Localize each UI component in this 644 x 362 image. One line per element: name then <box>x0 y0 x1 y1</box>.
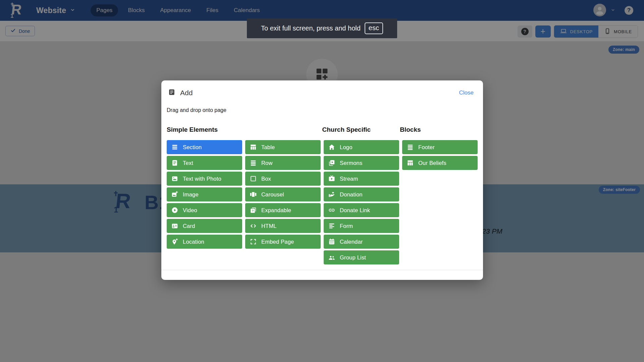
element-label: Calendar <box>340 239 363 245</box>
add-element-form[interactable]: Form <box>324 219 399 233</box>
svg-text:?: ? <box>252 209 254 213</box>
add-element-donate-link[interactable]: Donate Link <box>324 203 399 217</box>
add-element-text-with-photo[interactable]: Text with Photo <box>167 172 242 186</box>
add-element-table[interactable]: Table <box>245 140 321 154</box>
element-label: Box <box>261 176 271 182</box>
element-column: LogoSermonsStreamDonationDonate LinkForm… <box>324 140 399 264</box>
element-label: Embed Page <box>261 239 294 245</box>
table-icon <box>250 143 257 151</box>
add-element-logo[interactable]: Logo <box>324 140 399 154</box>
rows-icon <box>250 159 257 167</box>
link-icon <box>328 206 335 214</box>
element-label: Section <box>183 144 202 150</box>
add-element-box[interactable]: Box <box>245 172 321 186</box>
video-library-icon <box>328 159 335 167</box>
element-label: Expandable <box>261 207 291 214</box>
element-label: Table <box>261 144 275 150</box>
add-element-embed-page[interactable]: Embed Page <box>245 235 321 249</box>
text-with-photo-icon <box>171 175 178 182</box>
element-label: Carousel <box>261 191 284 198</box>
add-element-section[interactable]: Section <box>167 140 242 154</box>
element-label: Sermons <box>340 160 362 166</box>
add-element-text[interactable]: Text <box>167 156 242 170</box>
add-element-stream[interactable]: Stream <box>324 172 399 186</box>
element-label: Footer <box>418 144 435 150</box>
add-element-expandable[interactable]: ?Expandable <box>245 203 321 217</box>
add-element-group-list[interactable]: Group List <box>324 250 399 264</box>
element-label: Logo <box>340 144 353 150</box>
add-element-donation[interactable]: Donation <box>324 187 399 201</box>
location-add-icon <box>171 238 178 245</box>
column-headers: Simple ElementsChurch SpecificBlocks <box>167 126 478 133</box>
element-label: Card <box>183 223 195 229</box>
element-label: Video <box>183 207 197 214</box>
add-element-sermons[interactable]: Sermons <box>324 156 399 170</box>
add-element-location[interactable]: Location <box>167 235 242 249</box>
modal-subtitle: Drag and drop onto page <box>167 107 478 113</box>
add-element-calendar[interactable]: Calendar <box>324 235 399 249</box>
element-column: FooterOur Beliefs <box>402 140 478 264</box>
element-label: Location <box>183 239 204 245</box>
fullscreen-notification: To exit full screen, press and hold esc <box>247 18 397 38</box>
box-icon <box>250 175 257 182</box>
hand-heart-icon <box>328 191 335 198</box>
video-play-icon <box>171 206 178 214</box>
image-add-icon <box>171 191 178 198</box>
esc-key-badge: esc <box>365 22 383 34</box>
element-label: HTML <box>261 223 277 229</box>
add-element-footer[interactable]: Footer <box>402 140 478 154</box>
rows-icon <box>407 143 414 151</box>
add-element-modal: Add Close Drag and drop onto page Simple… <box>161 80 483 280</box>
live-tv-icon <box>328 175 335 182</box>
add-element-video[interactable]: Video <box>167 203 242 217</box>
embed-icon <box>250 238 257 245</box>
section-icon <box>171 143 178 151</box>
element-column: TableRowBoxCarousel?ExpandableHTMLEmbed … <box>245 140 321 264</box>
element-label: Row <box>261 160 273 166</box>
carousel-icon <box>250 191 257 198</box>
notification-text: To exit full screen, press and hold <box>261 24 361 32</box>
element-label: Donation <box>340 191 363 198</box>
article-icon <box>168 88 175 97</box>
modal-footer-divider <box>161 270 483 270</box>
text-icon <box>171 159 178 167</box>
group-header-blocks: Blocks <box>400 126 478 133</box>
add-element-row[interactable]: Row <box>245 156 321 170</box>
add-element-html[interactable]: HTML <box>245 219 321 233</box>
element-label: Text with Photo <box>183 176 221 182</box>
modal-title: Add <box>180 89 193 97</box>
element-label: Form <box>340 223 353 229</box>
add-element-carousel[interactable]: Carousel <box>245 187 321 201</box>
element-label: Image <box>183 191 199 198</box>
add-element-card[interactable]: Card <box>167 219 242 233</box>
element-column: SectionTextText with PhotoImageVideoCard… <box>167 140 242 264</box>
card-badge-icon <box>171 222 178 230</box>
element-label: Group List <box>340 254 366 261</box>
home-icon <box>328 143 335 151</box>
group-header-church-specific: Church Specific <box>322 126 400 133</box>
align-left-icon <box>328 222 335 230</box>
expandable-icon: ? <box>250 206 257 214</box>
element-label: Our Beliefs <box>418 160 446 166</box>
table-icon <box>407 159 414 167</box>
close-button[interactable]: Close <box>457 89 476 97</box>
calendar-icon <box>328 238 335 245</box>
element-columns: SectionTextText with PhotoImageVideoCard… <box>167 140 478 264</box>
element-label: Stream <box>340 176 358 182</box>
add-element-our-beliefs[interactable]: Our Beliefs <box>402 156 478 170</box>
modal-header: Add Close <box>161 80 483 97</box>
element-label: Donate Link <box>340 207 370 214</box>
element-label: Text <box>183 160 193 166</box>
code-icon <box>250 222 257 230</box>
people-icon <box>328 254 335 261</box>
add-element-image[interactable]: Image <box>167 187 242 201</box>
group-header-simple-elements: Simple Elements <box>167 126 322 133</box>
